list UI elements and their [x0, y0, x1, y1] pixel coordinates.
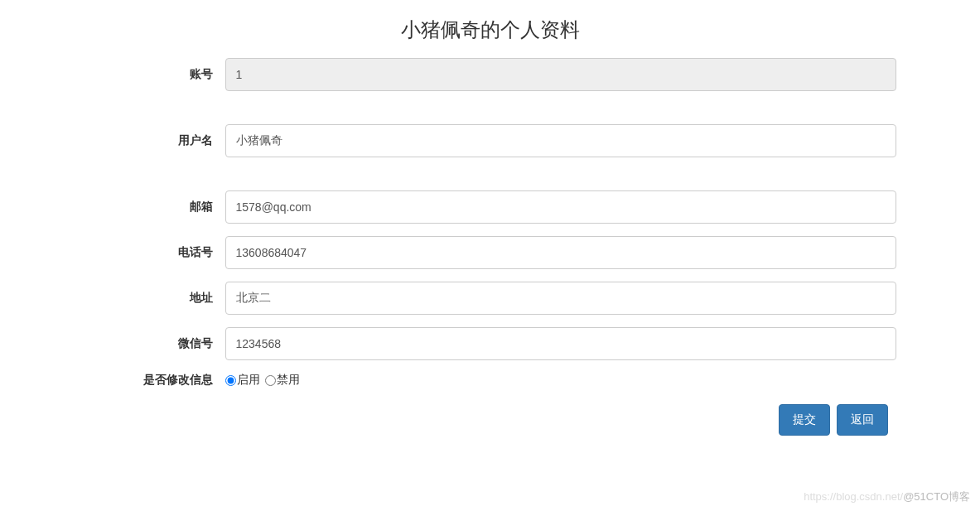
label-phone: 电话号 [84, 245, 225, 260]
label-modify: 是否修改信息 [84, 373, 225, 388]
radio-disable[interactable] [265, 375, 276, 386]
radio-disable-label[interactable]: 禁用 [265, 373, 300, 388]
input-address[interactable] [225, 282, 896, 315]
field-email: 邮箱 [84, 190, 896, 224]
label-account: 账号 [84, 67, 225, 82]
radio-enable[interactable] [225, 375, 236, 386]
field-wechat: 微信号 [84, 327, 896, 360]
label-wechat: 微信号 [84, 336, 225, 351]
submit-button[interactable]: 提交 [779, 404, 830, 436]
field-username: 用户名 [84, 124, 896, 157]
radio-group-modify: 启用 禁用 [225, 373, 896, 388]
input-wechat[interactable] [225, 327, 896, 360]
input-email[interactable] [225, 190, 896, 224]
input-username[interactable] [225, 124, 896, 157]
radio-enable-label[interactable]: 启用 [225, 373, 260, 388]
watermark-text: @51CTO博客 [903, 490, 970, 503]
button-row: 提交 返回 [84, 404, 896, 436]
label-username: 用户名 [84, 133, 225, 148]
radio-enable-text: 启用 [237, 373, 260, 388]
watermark-url: https://blog.csdn.net/ [804, 490, 903, 503]
input-account [225, 58, 896, 91]
watermark: https://blog.csdn.net/@51CTO博客 [804, 489, 970, 504]
label-address: 地址 [84, 291, 225, 306]
radio-disable-text: 禁用 [277, 373, 300, 388]
field-address: 地址 [84, 282, 896, 315]
field-modify: 是否修改信息 启用 禁用 [84, 373, 896, 388]
page-title: 小猪佩奇的个人资料 [84, 17, 896, 43]
field-phone: 电话号 [84, 236, 896, 269]
form-container: 小猪佩奇的个人资料 账号 用户名 邮箱 电话号 地址 微信号 是否修改信息 启用 [84, 0, 896, 436]
field-account: 账号 [84, 58, 896, 91]
input-phone[interactable] [225, 236, 896, 269]
label-email: 邮箱 [84, 200, 225, 215]
back-button[interactable]: 返回 [837, 404, 888, 436]
